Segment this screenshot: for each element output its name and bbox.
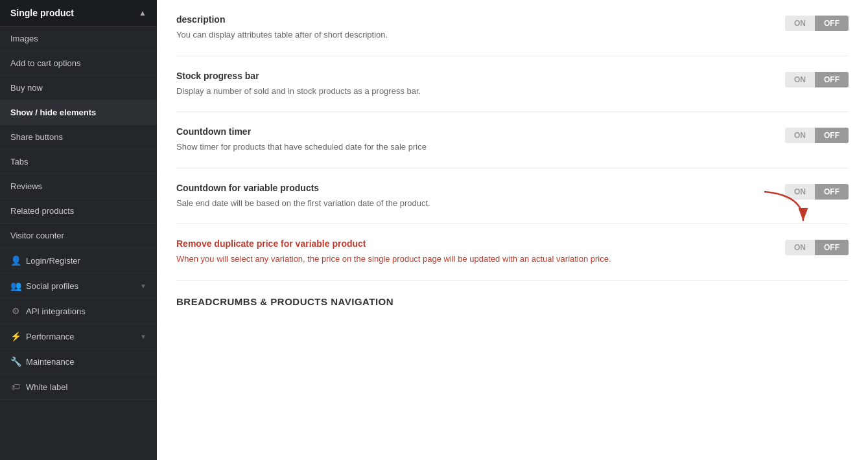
speed-icon: ⚡ — [10, 331, 21, 341]
chevron-down-icon: ▼ — [140, 282, 147, 290]
sidebar-item-label: Maintenance — [26, 357, 74, 367]
chevron-down-icon: ▼ — [140, 333, 147, 340]
toggle-group-description: ON OFF — [785, 16, 849, 31]
sidebar-header-title: Single product — [10, 8, 74, 18]
sidebar-item-tabs[interactable]: Tabs — [0, 150, 157, 174]
sidebar-item-label: Tabs — [10, 157, 28, 167]
toggle-on-button[interactable]: ON — [785, 240, 815, 255]
sidebar-collapse-icon[interactable]: ▲ — [139, 8, 147, 17]
setting-desc: Display a number of sold and in stock pr… — [176, 85, 766, 98]
sidebar-item-label: Images — [10, 34, 38, 43]
setting-info: Stock progress bar Display a number of s… — [176, 71, 766, 98]
api-icon: ⚙ — [10, 306, 21, 316]
sidebar-header[interactable]: Single product ▲ — [0, 0, 157, 27]
toggle-on-button[interactable]: ON — [785, 72, 815, 87]
setting-desc: Show timer for products that have schedu… — [176, 141, 766, 154]
sidebar-item-label: Performance — [26, 332, 74, 341]
setting-row-countdown-timer: Countdown timer Show timer for products … — [176, 112, 849, 168]
sidebar-item-add-cart-options[interactable]: Add to cart options — [0, 51, 157, 76]
people-icon: 👥 — [10, 281, 21, 291]
setting-desc: Sale end date will be based on the first… — [176, 197, 766, 210]
toggle-off-button[interactable]: OFF — [815, 240, 849, 255]
toggle-off-button[interactable]: OFF — [815, 72, 849, 87]
sidebar-item-visitor-counter[interactable]: Visitor counter — [0, 224, 157, 248]
setting-info: description You can display attributes t… — [176, 14, 766, 41]
sidebar-item-share-buttons[interactable]: Share buttons — [0, 125, 157, 150]
setting-info: Remove duplicate price for variable prod… — [176, 238, 766, 266]
sidebar-item-white-label[interactable]: 🏷 White label — [0, 374, 157, 400]
setting-info: Countdown for variable products Sale end… — [176, 183, 766, 210]
sidebar-item-label: Login/Register — [26, 256, 80, 266]
toggle-on-button[interactable]: ON — [785, 16, 815, 31]
sidebar-item-label: Add to cart options — [10, 58, 80, 68]
setting-title: Countdown for variable products — [176, 183, 766, 193]
sidebar-item-label: Share buttons — [10, 132, 63, 142]
sidebar-item-label: Visitor counter — [10, 231, 64, 240]
toggle-group-stock: ON OFF — [785, 72, 849, 87]
sidebar-item-label: Social profiles — [26, 281, 78, 291]
sidebar-item-performance[interactable]: ⚡ Performance ▼ — [0, 324, 157, 349]
sidebar-item-maintenance[interactable]: 🔧 Maintenance — [0, 349, 157, 374]
toggle-group-countdown-variable: ON OFF — [785, 184, 849, 200]
sidebar-item-images[interactable]: Images — [0, 27, 157, 51]
toggle-group-countdown: ON OFF — [785, 128, 849, 143]
toggle-off-button[interactable]: OFF — [815, 184, 849, 200]
sidebar: Single product ▲ Images Add to cart opti… — [0, 0, 157, 460]
sidebar-item-social-profiles[interactable]: 👥 Social profiles ▼ — [0, 273, 157, 299]
tag-icon: 🏷 — [10, 382, 21, 392]
sidebar-item-label: Reviews — [10, 181, 42, 191]
setting-title-highlight: Remove duplicate price for variable prod… — [176, 238, 766, 249]
setting-title: Countdown timer — [176, 126, 766, 137]
sidebar-item-label: White label — [26, 382, 67, 392]
person-icon: 👤 — [10, 255, 21, 266]
setting-desc-highlight: When you will select any variation, the … — [176, 253, 766, 266]
sidebar-item-label: Related products — [10, 206, 74, 216]
main-content: description You can display attributes t… — [157, 0, 868, 460]
setting-title: description — [176, 14, 766, 25]
sidebar-item-reviews[interactable]: Reviews — [0, 174, 157, 199]
section-breadcrumbs-heading: BREADCRUMBS & PRODUCTS NAVIGATION — [176, 281, 849, 307]
setting-title: Stock progress bar — [176, 71, 766, 81]
setting-desc: You can display attributes table after o… — [176, 29, 766, 41]
sidebar-item-label: API integrations — [26, 306, 86, 316]
sidebar-item-show-hide[interactable]: Show / hide elements — [0, 100, 157, 125]
sidebar-item-login-register[interactable]: 👤 Login/Register — [0, 248, 157, 273]
sidebar-item-label: Show / hide elements — [10, 108, 96, 117]
setting-row-stock-progress: Stock progress bar Display a number of s… — [176, 56, 849, 113]
sidebar-item-buy-now[interactable]: Buy now — [0, 76, 157, 100]
setting-row-description: description You can display attributes t… — [176, 0, 849, 56]
wrench-icon: 🔧 — [10, 356, 21, 367]
toggle-off-button[interactable]: OFF — [815, 128, 849, 143]
toggle-on-button[interactable]: ON — [785, 184, 815, 200]
sidebar-item-api-integrations[interactable]: ⚙ API integrations — [0, 299, 157, 324]
toggle-on-button[interactable]: ON — [785, 128, 815, 143]
setting-row-countdown-variable: Countdown for variable products Sale end… — [176, 168, 849, 225]
sidebar-item-label: Buy now — [10, 83, 43, 93]
toggle-group-duplicate-price: ON OFF — [785, 240, 849, 255]
setting-row-remove-duplicate-price: Remove duplicate price for variable prod… — [176, 224, 849, 281]
toggle-off-button[interactable]: OFF — [815, 16, 849, 31]
sidebar-item-related-products[interactable]: Related products — [0, 199, 157, 224]
setting-info: Countdown timer Show timer for products … — [176, 126, 766, 154]
